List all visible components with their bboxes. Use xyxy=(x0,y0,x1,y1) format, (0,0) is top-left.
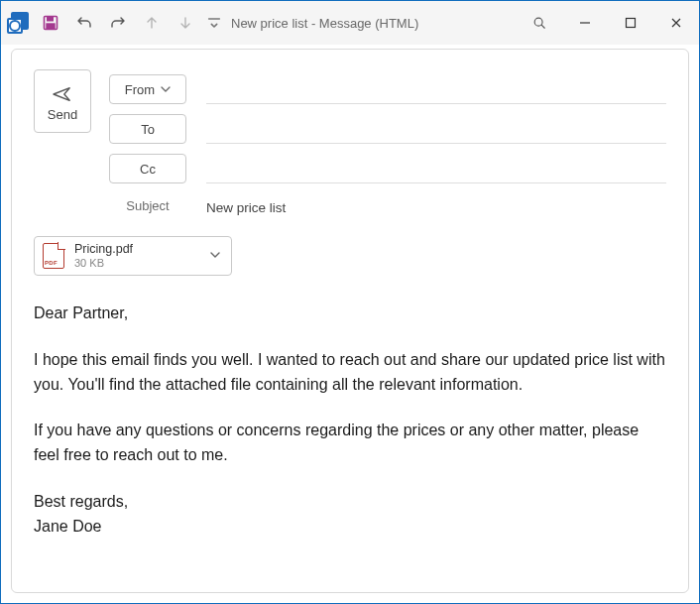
close-button[interactable] xyxy=(653,1,699,45)
message-body[interactable]: Dear Partner, I hope this email finds yo… xyxy=(12,276,688,549)
attachment-name: Pricing.pdf xyxy=(74,242,195,256)
quick-access-toolbar xyxy=(7,9,223,37)
pdf-file-icon: PDF xyxy=(43,243,64,269)
from-button[interactable]: From xyxy=(109,74,186,104)
send-icon xyxy=(52,85,73,103)
chevron-down-icon xyxy=(161,84,171,94)
window-title: New price list - Message (HTML) xyxy=(231,16,418,31)
body-greeting: Dear Partner, xyxy=(34,302,666,326)
subject-field[interactable]: New price list xyxy=(206,190,666,221)
next-item-icon[interactable] xyxy=(172,9,199,37)
previous-item-icon[interactable] xyxy=(138,9,166,37)
svg-rect-4 xyxy=(627,19,636,28)
outlook-app-icon xyxy=(7,12,31,34)
maximize-button[interactable] xyxy=(608,1,653,45)
cc-field[interactable] xyxy=(206,154,666,183)
to-button[interactable]: To xyxy=(109,114,186,144)
attachment-chip[interactable]: PDF Pricing.pdf 30 KB xyxy=(34,236,232,276)
svg-rect-2 xyxy=(47,24,55,29)
search-icon[interactable] xyxy=(517,1,562,45)
body-sender: Jane Doe xyxy=(34,515,666,540)
redo-icon[interactable] xyxy=(104,9,132,37)
outlook-compose-window: New price list - Message (HTML) Send xyxy=(0,0,700,604)
cc-button[interactable]: Cc xyxy=(109,154,186,183)
compose-card: Send From To C xyxy=(11,49,689,593)
chevron-down-icon xyxy=(209,249,221,261)
attachment-size: 30 KB xyxy=(74,257,195,270)
undo-icon[interactable] xyxy=(70,9,98,37)
body-paragraph: I hope this email finds you well. I want… xyxy=(34,348,666,398)
minimize-button[interactable] xyxy=(562,1,608,45)
send-label: Send xyxy=(48,107,77,122)
customize-toolbar-icon[interactable] xyxy=(205,9,223,37)
body-signoff: Best regards, xyxy=(34,490,666,515)
titlebar: New price list - Message (HTML) xyxy=(1,1,699,45)
from-label: From xyxy=(125,82,155,97)
to-label: To xyxy=(141,122,155,137)
to-field[interactable] xyxy=(206,114,666,144)
body-paragraph: If you have any questions or concerns re… xyxy=(34,419,666,468)
attachment-menu-button[interactable] xyxy=(205,244,225,268)
from-field[interactable] xyxy=(206,74,666,104)
compose-header: Send From To C xyxy=(12,50,688,222)
attachments-area: PDF Pricing.pdf 30 KB xyxy=(12,222,688,276)
svg-rect-1 xyxy=(47,17,54,22)
send-button[interactable]: Send xyxy=(34,69,91,133)
save-icon[interactable] xyxy=(37,9,64,37)
subject-label: Subject xyxy=(109,198,186,213)
cc-label: Cc xyxy=(140,162,156,177)
